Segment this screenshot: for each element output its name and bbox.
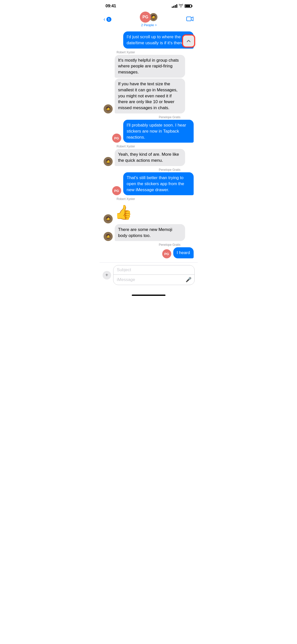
video-call-button[interactable] xyxy=(186,16,193,23)
messages-area[interactable]: I'd just scroll up to where the date/tim… xyxy=(100,29,198,262)
message-bubble[interactable]: I heard xyxy=(173,247,194,258)
sender-label: Penelope Gratis xyxy=(104,168,181,172)
nav-header: ‹ 1 PG 🧔 2 People > xyxy=(100,11,198,29)
avatar-rx: 🧔 xyxy=(104,157,113,166)
sender-label: Robert Xyster xyxy=(117,145,194,148)
scroll-up-button[interactable] xyxy=(182,34,195,48)
message-row: 🧔 👍 xyxy=(104,202,194,223)
message-row: That's still better than trying to open … xyxy=(104,172,194,195)
input-box: Subject iMessage xyxy=(113,265,195,285)
message-group: Robert Xyster 🧔 Yeah, they kind of are. … xyxy=(104,145,194,166)
avatar-pg: PG xyxy=(112,186,121,195)
status-icons xyxy=(172,4,192,8)
avatar-rx: 🧔 xyxy=(104,232,113,241)
message-row: 🧔 Yeah, they kind of are. More like the … xyxy=(104,149,194,166)
sender-label: Penelope Gratis xyxy=(104,243,181,247)
home-indicator xyxy=(100,293,198,297)
subject-placeholder: Subject xyxy=(117,267,131,272)
back-arrow-icon: ‹ xyxy=(104,17,105,22)
status-bar: 09:41 xyxy=(100,0,198,11)
sender-label: Robert Xyster xyxy=(117,197,194,201)
message-row: 🧔 If you have the text size the smallest… xyxy=(104,78,194,113)
message-group: Penelope Gratis That's still better than… xyxy=(104,168,194,195)
header-subtitle[interactable]: 2 People > xyxy=(141,23,157,27)
battery-icon xyxy=(185,4,192,8)
message-bubble-emoji[interactable]: 👍 xyxy=(115,202,132,223)
message-input[interactable]: iMessage xyxy=(113,275,194,285)
signal-bars-icon xyxy=(172,4,177,8)
home-bar xyxy=(132,295,165,296)
message-group: I'd just scroll up to where the date/tim… xyxy=(104,31,194,49)
input-box-wrapper: Subject iMessage 🎤 xyxy=(113,265,195,285)
avatars-group: PG 🧔 xyxy=(140,12,158,23)
avatar-pg: PG xyxy=(162,249,171,258)
battery-fill xyxy=(185,5,190,7)
message-bubble[interactable]: Yeah, they kind of are. More like the qu… xyxy=(115,149,185,166)
message-placeholder: iMessage xyxy=(117,277,135,282)
sender-label: Robert Xyster xyxy=(117,51,194,54)
message-group: Robert Xyster 🧔 👍 🧔 There are some new M… xyxy=(104,197,194,241)
message-row: I heard PG xyxy=(104,247,194,258)
sender-label: Penelope Gratis xyxy=(104,115,181,119)
message-bubble[interactable]: I'll probably update soon. I hear sticke… xyxy=(123,120,194,143)
message-row: I'll probably update soon. I hear sticke… xyxy=(104,120,194,143)
message-group: Penelope Gratis I heard PG xyxy=(104,243,194,258)
message-row: I'd just scroll up to where the date/tim… xyxy=(104,31,194,49)
message-row: 🧔 There are some new Memoji body options… xyxy=(104,224,194,241)
header-center[interactable]: PG 🧔 2 People > xyxy=(140,12,158,27)
input-row: + Subject iMessage 🎤 xyxy=(103,265,195,285)
back-badge: 1 xyxy=(106,17,111,22)
message-group: Robert Xyster It's mostly helpful in gro… xyxy=(104,51,194,113)
avatar-pg: PG xyxy=(112,134,121,143)
microphone-icon[interactable]: 🎤 xyxy=(186,277,192,283)
message-bubble[interactable]: It's mostly helpful in group chats where… xyxy=(115,55,185,78)
avatar-pg: PG xyxy=(140,12,151,23)
message-group: Penelope Gratis I'll probably update soo… xyxy=(104,115,194,143)
message-bubble[interactable]: There are some new Memoji body options t… xyxy=(115,224,185,241)
message-row: It's mostly helpful in group chats where… xyxy=(104,55,194,78)
subject-field[interactable]: Subject xyxy=(113,265,194,275)
avatar-rx: 🧔 xyxy=(104,214,113,223)
svg-rect-0 xyxy=(187,17,191,21)
input-area: + Subject iMessage 🎤 xyxy=(100,262,198,293)
add-attachment-button[interactable]: + xyxy=(103,271,111,279)
wifi-icon xyxy=(179,4,183,8)
back-button[interactable]: ‹ 1 xyxy=(104,17,111,22)
message-bubble[interactable]: That's still better than trying to open … xyxy=(123,172,194,195)
status-time: 09:41 xyxy=(106,4,116,9)
avatar-rx: 🧔 xyxy=(104,104,113,113)
message-bubble[interactable]: If you have the text size the smallest i… xyxy=(115,78,185,113)
